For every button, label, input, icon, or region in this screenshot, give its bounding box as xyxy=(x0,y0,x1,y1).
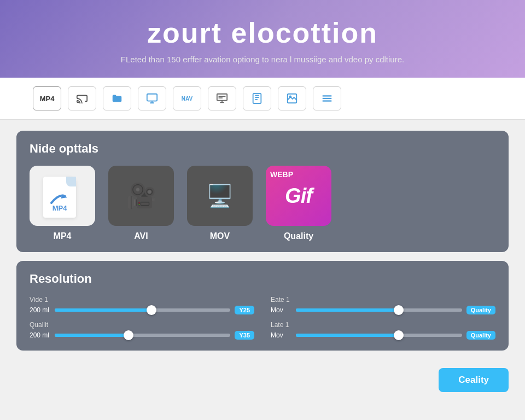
toolbar: MP4 NAV xyxy=(0,78,525,120)
eate1-label: Eate 1 xyxy=(271,296,495,304)
quallit-controls: 200 ml Y35 xyxy=(30,331,254,340)
webp-label: WEBP xyxy=(270,170,293,179)
format-card-mov[interactable]: 🖥️ MOV xyxy=(187,166,253,241)
svg-point-4 xyxy=(289,96,291,97)
quallit-fill xyxy=(55,334,129,337)
quallit-track[interactable] xyxy=(55,334,230,337)
vide1-fill xyxy=(55,308,151,312)
toolbar-btn-menu[interactable] xyxy=(313,86,341,110)
header: zourt elocottion FLeted than 150 erffer … xyxy=(0,0,525,78)
main-content: Nide opttals MP4 xyxy=(0,120,525,361)
toolbar-btn-mp4[interactable]: MP4 xyxy=(33,86,61,110)
slider-row-vide1: Vide 1 200 ml Y25 xyxy=(30,296,254,314)
mp4-label: MP4 xyxy=(54,231,72,241)
late1-fill xyxy=(296,334,399,337)
svg-rect-0 xyxy=(147,94,157,101)
quallit-label: Quallit xyxy=(30,321,254,329)
slider-row-eate1: Eate 1 Mov Quality xyxy=(271,296,495,314)
file-corner xyxy=(66,177,76,186)
toolbar-btn-image[interactable] xyxy=(278,86,306,110)
format-card-mp4[interactable]: MP4 MP4 xyxy=(30,166,95,241)
vide1-prefix: 200 ml xyxy=(30,306,50,314)
file-body: MP4 xyxy=(43,177,76,218)
gif-wrapper: WEBP Gif xyxy=(266,166,331,226)
slider-row-quallit: Quallit 200 ml Y35 xyxy=(30,321,254,340)
mp4-icon-bg: MP4 xyxy=(30,166,95,226)
slider-row-late1: Late 1 Mov Quality xyxy=(271,321,495,340)
svg-rect-2 xyxy=(253,94,261,103)
format-card-quality[interactable]: WEBP Gif Quality xyxy=(266,166,331,241)
gif-text-icon: Gif xyxy=(285,184,312,208)
toolbar-btn-cast[interactable] xyxy=(68,86,96,110)
resolution-panel-title: Resolution xyxy=(30,272,495,286)
vide1-badge: Y25 xyxy=(235,306,254,314)
quality-icon-bg: WEBP Gif xyxy=(266,166,331,226)
quallit-badge: Y35 xyxy=(235,331,254,340)
late1-track[interactable] xyxy=(296,334,462,337)
eate1-badge: Quality xyxy=(466,306,495,314)
footer: Ceality xyxy=(0,361,525,403)
resolution-panel: Resolution Vide 1 200 ml Y25 Eate 1 xyxy=(16,261,509,351)
vide1-track[interactable] xyxy=(55,308,230,312)
toolbar-btn-screen[interactable] xyxy=(138,86,166,110)
quallit-thumb xyxy=(124,330,133,340)
mp4-file-icon: MP4 xyxy=(43,174,81,218)
mp4-file-label: MP4 xyxy=(52,204,67,212)
mov-icon-bg: 🖥️ xyxy=(187,166,253,226)
svg-rect-1 xyxy=(217,94,227,101)
toolbar-btn-doc[interactable] xyxy=(243,86,271,110)
eate1-thumb xyxy=(394,305,404,315)
mov-label: MOV xyxy=(210,231,230,241)
late1-controls: Mov Quality xyxy=(271,331,495,340)
avi-label: AVI xyxy=(134,231,148,241)
late1-thumb xyxy=(394,330,404,340)
avi-icon-bg: 🎥 xyxy=(108,166,174,226)
vide1-thumb xyxy=(147,305,156,315)
monitor-icon: 🖥️ xyxy=(206,183,234,209)
options-panel: Nide opttals MP4 xyxy=(16,131,509,252)
toolbar-btn-monitor[interactable] xyxy=(208,86,236,110)
eate1-track[interactable] xyxy=(296,308,462,312)
quality-label: Quality xyxy=(284,231,313,241)
eate1-prefix: Mov xyxy=(271,306,291,314)
eate1-controls: Mov Quality xyxy=(271,306,495,314)
vide1-label: Vide 1 xyxy=(30,296,254,304)
ceality-button[interactable]: Ceality xyxy=(439,368,509,392)
eate1-fill xyxy=(296,308,399,312)
toolbar-btn-nav[interactable]: NAV xyxy=(173,86,201,110)
format-cards-container: MP4 MP4 🎥 AVI 🖥️ MOV xyxy=(30,166,495,241)
page-subtitle: FLeted than 150 erffer avation optiong t… xyxy=(11,55,514,64)
vide1-controls: 200 ml Y25 xyxy=(30,306,254,314)
toolbar-btn-folder[interactable] xyxy=(103,86,131,110)
late1-prefix: Mov xyxy=(271,331,291,339)
slider-grid: Vide 1 200 ml Y25 Eate 1 Mov xyxy=(30,296,495,340)
format-card-avi[interactable]: 🎥 AVI xyxy=(108,166,174,241)
quallit-prefix: 200 ml xyxy=(30,331,50,339)
camera-icon: 🎥 xyxy=(126,182,156,210)
options-panel-title: Nide opttals xyxy=(30,142,495,156)
late1-label: Late 1 xyxy=(271,321,495,329)
page-title: zourt elocottion xyxy=(11,16,514,49)
late1-badge: Quality xyxy=(466,331,495,340)
